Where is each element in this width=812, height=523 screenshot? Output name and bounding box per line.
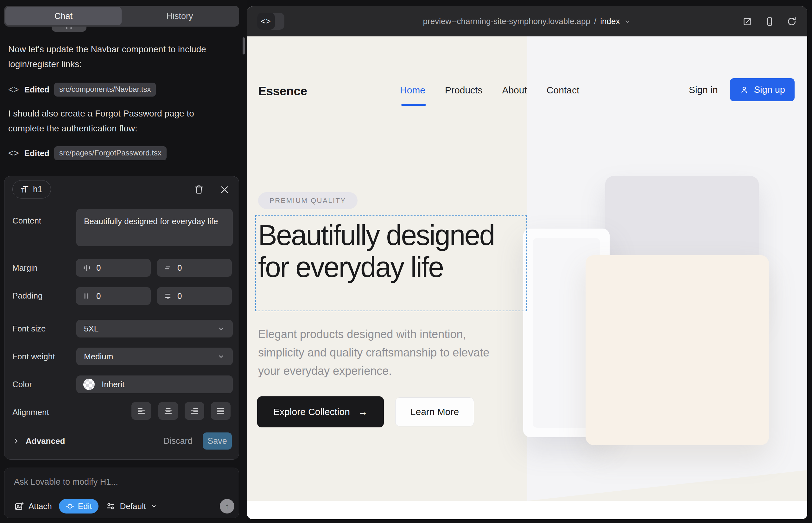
browser-actions — [742, 6, 797, 36]
alignment-label: Alignment — [12, 408, 49, 417]
url-page: index — [600, 16, 620, 26]
align-right-button[interactable] — [184, 402, 204, 420]
sign-up-button[interactable]: Sign up — [730, 78, 795, 101]
chevron-down-icon — [217, 353, 225, 361]
font-size-select[interactable]: 5XL — [76, 320, 233, 338]
url-separator: / — [594, 16, 596, 26]
code-icon: <> — [257, 13, 275, 30]
tab-history[interactable]: History — [122, 7, 238, 25]
chevron-down-icon — [151, 503, 157, 510]
margin-vertical-icon — [163, 264, 172, 272]
font-weight-select[interactable]: Medium — [76, 348, 233, 365]
align-justify-button[interactable] — [211, 402, 231, 420]
attach-button[interactable]: Attach — [14, 501, 52, 511]
default-model-button[interactable]: Default — [105, 501, 157, 511]
code-icon: <> — [8, 148, 20, 158]
open-external-icon[interactable] — [742, 16, 753, 27]
explore-collection-button[interactable]: Explore Collection → — [257, 396, 384, 427]
edited-label: Edited — [24, 148, 49, 158]
assistant-message: Now let's update the Navbar component to… — [8, 42, 217, 72]
chevron-down-icon — [623, 18, 631, 25]
align-left-icon — [137, 406, 146, 416]
align-center-icon — [163, 406, 173, 416]
edit-mode-button[interactable]: Edit — [59, 499, 99, 513]
hero-heading[interactable]: Beautifully designed for everyday life — [258, 219, 521, 283]
color-select[interactable]: Inherit — [76, 376, 233, 393]
padding-x-input[interactable]: 0 — [76, 287, 151, 305]
hero-diagonal-wedge — [527, 470, 807, 501]
target-icon — [65, 502, 75, 511]
nav-active-underline — [401, 104, 426, 106]
ellipsis-dots-icon — [66, 27, 68, 29]
hero-paragraph: Elegant products designed with intention… — [258, 325, 511, 380]
element-editor-panel: TT h1 Content Beautifully designed for e… — [4, 176, 239, 460]
close-icon — [219, 184, 230, 195]
chevron-right-icon — [12, 437, 20, 445]
nav-about[interactable]: About — [502, 85, 527, 96]
margin-x-input[interactable]: 0 — [76, 259, 151, 277]
content-textarea[interactable]: Beautifully designed for everyday life — [76, 209, 233, 246]
sign-in-link[interactable]: Sign in — [689, 85, 718, 95]
font-weight-label: Font weight — [12, 352, 55, 362]
code-view-toggle[interactable]: <> — [257, 13, 284, 30]
nav-products[interactable]: Products — [445, 85, 482, 96]
chat-sidebar: Chat History Now let's update the Navbar… — [0, 0, 247, 523]
auth-actions: Sign in Sign up — [689, 78, 795, 101]
align-right-icon — [190, 406, 199, 416]
arrow-up-icon: ↑ — [225, 502, 229, 511]
content-label: Content — [12, 216, 41, 226]
code-icon: <> — [8, 85, 20, 95]
user-icon — [740, 85, 749, 95]
trash-icon — [193, 184, 205, 195]
typography-icon: TT — [21, 184, 29, 195]
padding-y-input[interactable]: 0 — [157, 287, 232, 305]
composer-input[interactable] — [14, 475, 210, 489]
site-preview: Essence Home Products About Contact Sign… — [247, 36, 807, 519]
padding-label: Padding — [12, 291, 42, 301]
advanced-toggle[interactable]: Advanced — [12, 436, 65, 446]
file-chip[interactable]: src/pages/ForgotPassword.tsx — [54, 146, 166, 160]
delete-element-button[interactable] — [193, 184, 205, 195]
learn-more-button[interactable]: Learn More — [395, 397, 474, 427]
sidebar-tab-bar: Chat History — [4, 6, 239, 26]
next-section-strip — [247, 501, 807, 519]
discard-button[interactable]: Discard — [163, 436, 193, 446]
align-justify-icon — [216, 406, 226, 416]
file-chip[interactable]: src/components/Navbar.tsx — [54, 83, 156, 96]
margin-y-input[interactable]: 0 — [157, 259, 232, 277]
hero-badge: PREMIUM QUALITY — [258, 192, 357, 209]
mobile-preview-icon[interactable] — [764, 16, 775, 27]
margin-horizontal-icon — [82, 264, 91, 272]
send-button[interactable]: ↑ — [220, 499, 234, 513]
color-swatch — [83, 379, 95, 390]
save-button[interactable]: Save — [203, 432, 232, 450]
refresh-icon[interactable] — [786, 16, 797, 27]
close-editor-button[interactable] — [219, 184, 230, 195]
tag-name: h1 — [33, 184, 42, 194]
chat-scrollbar[interactable] — [243, 37, 245, 54]
sliders-icon — [105, 501, 116, 511]
preview-browser-bar: <> preview--charming-site-symphony.lovab… — [247, 6, 807, 36]
align-left-button[interactable] — [131, 402, 151, 420]
nav-home[interactable]: Home — [400, 85, 425, 96]
site-nav: Home Products About Contact — [400, 85, 579, 96]
nav-contact[interactable]: Contact — [547, 85, 579, 96]
attach-image-icon — [14, 501, 24, 511]
assistant-message: I should also create a Forgot Password p… — [8, 106, 217, 136]
preview-window: <> preview--charming-site-symphony.lovab… — [247, 6, 807, 519]
hero-diagonal-left — [247, 470, 527, 501]
edited-label: Edited — [24, 85, 49, 95]
url-domain: preview--charming-site-symphony.lovable.… — [423, 16, 590, 26]
font-size-label: Font size — [12, 324, 46, 334]
url-bar[interactable]: preview--charming-site-symphony.lovable.… — [423, 16, 632, 26]
scrolled-chip-partial — [52, 26, 86, 32]
site-logo[interactable]: Essence — [258, 84, 307, 98]
selected-element-tag: TT h1 — [12, 180, 51, 198]
file-edit-row: <> Edited src/pages/ForgotPassword.tsx — [8, 147, 166, 160]
composer-toolbar: Attach Edit Default — [14, 499, 157, 513]
tab-chat[interactable]: Chat — [5, 7, 122, 25]
decor-card-cream — [586, 255, 769, 445]
file-edit-row: <> Edited src/components/Navbar.tsx — [8, 83, 156, 96]
align-center-button[interactable] — [158, 402, 178, 420]
chevron-down-icon — [217, 325, 225, 333]
